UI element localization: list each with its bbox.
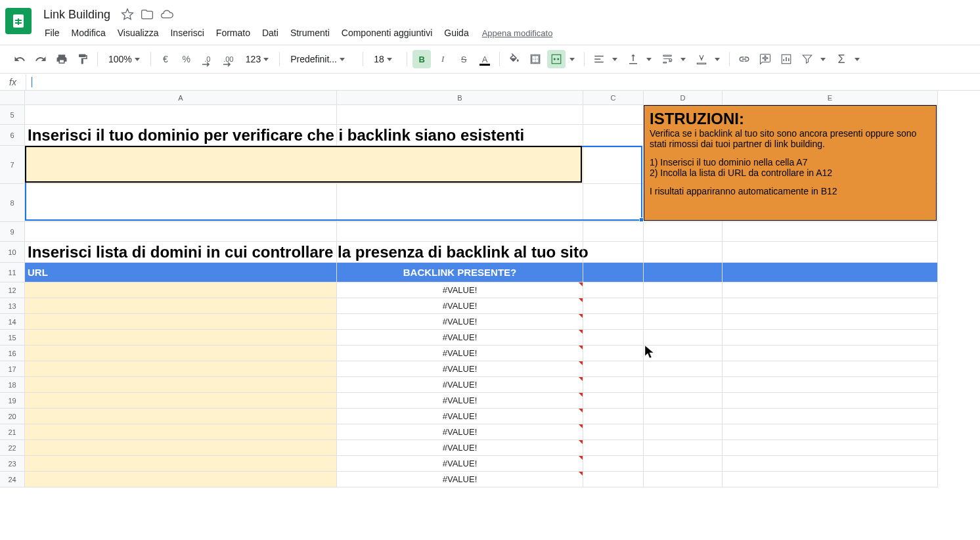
document-title[interactable]: Link Building: [39, 7, 114, 23]
cell-C22[interactable]: [583, 440, 644, 456]
italic-button[interactable]: I: [434, 50, 452, 68]
borders-button[interactable]: [526, 50, 545, 68]
cell-A17[interactable]: [25, 361, 337, 377]
select-all-corner[interactable]: [0, 91, 25, 105]
cell-A7[interactable]: [25, 146, 583, 184]
row-header[interactable]: 7: [0, 146, 25, 184]
col-header-C[interactable]: C: [583, 91, 644, 105]
row-header[interactable]: 10: [0, 242, 25, 263]
cell-B9[interactable]: [337, 222, 583, 242]
cell-C24[interactable]: [583, 472, 644, 487]
rotation-dropdown[interactable]: [713, 50, 724, 68]
cell-E19[interactable]: [723, 393, 938, 409]
merge-dropdown[interactable]: [568, 50, 579, 68]
sheets-logo[interactable]: [5, 8, 32, 34]
cell-C20[interactable]: [583, 409, 644, 424]
cell-A18[interactable]: [25, 377, 337, 393]
cell-A12[interactable]: [25, 282, 337, 298]
paint-format-button[interactable]: [74, 50, 92, 68]
cell-D10[interactable]: [644, 242, 723, 263]
menu-format[interactable]: Formato: [211, 25, 256, 41]
cell-B8[interactable]: [337, 184, 583, 222]
row-header[interactable]: 14: [0, 314, 25, 330]
filter-button[interactable]: [798, 50, 816, 68]
bold-button[interactable]: B: [412, 50, 431, 68]
row-header[interactable]: 15: [0, 330, 25, 346]
cell-E9[interactable]: [723, 222, 938, 242]
cell-D22[interactable]: [644, 440, 723, 456]
h-align-dropdown[interactable]: [611, 50, 621, 68]
row-header[interactable]: 6: [0, 125, 25, 146]
formula-input[interactable]: [26, 74, 980, 90]
undo-button[interactable]: [11, 50, 29, 68]
cell-C11[interactable]: [583, 263, 644, 282]
cell-C7[interactable]: [583, 146, 644, 184]
row-header[interactable]: 8: [0, 184, 25, 222]
cell-D24[interactable]: [644, 472, 723, 487]
cell-E13[interactable]: [723, 298, 938, 314]
row-header[interactable]: 9: [0, 222, 25, 242]
menu-insert[interactable]: Inserisci: [165, 25, 209, 41]
col-header-E[interactable]: E: [723, 91, 938, 105]
menu-file[interactable]: File: [39, 25, 65, 41]
functions-dropdown[interactable]: [853, 50, 864, 68]
v-align-dropdown[interactable]: [645, 50, 656, 68]
cell-A19[interactable]: [25, 393, 337, 409]
cell-B6[interactable]: [337, 125, 583, 146]
currency-button[interactable]: €: [156, 50, 175, 68]
cell-A13[interactable]: [25, 298, 337, 314]
cell-E21[interactable]: [723, 424, 938, 440]
merge-cells-button[interactable]: [547, 50, 566, 68]
cell-D17[interactable]: [644, 361, 723, 377]
cell-A22[interactable]: [25, 440, 337, 456]
cell-B19[interactable]: #VALUE!: [337, 393, 583, 409]
cell-B15[interactable]: #VALUE!: [337, 330, 583, 346]
cell-A23[interactable]: [25, 456, 337, 472]
cell-C21[interactable]: [583, 424, 644, 440]
cell-E23[interactable]: [723, 456, 938, 472]
cell-D13[interactable]: [644, 298, 723, 314]
cell-C10[interactable]: [583, 242, 644, 263]
row-header[interactable]: 12: [0, 282, 25, 298]
row-header[interactable]: 24: [0, 472, 25, 487]
cell-E15[interactable]: [723, 330, 938, 346]
row-header[interactable]: 18: [0, 377, 25, 393]
cell-A9[interactable]: [25, 222, 337, 242]
functions-button[interactable]: Σ: [832, 50, 851, 68]
menu-edit[interactable]: Modifica: [66, 25, 111, 41]
row-header[interactable]: 11: [0, 263, 25, 282]
cell-C16[interactable]: [583, 346, 644, 361]
cell-A15[interactable]: [25, 330, 337, 346]
cell-E20[interactable]: [723, 409, 938, 424]
row-header[interactable]: 23: [0, 456, 25, 472]
cell-D16[interactable]: [644, 346, 723, 361]
cell-B12[interactable]: #VALUE!: [337, 282, 583, 298]
cell-D9[interactable]: [644, 222, 723, 242]
cell-C15[interactable]: [583, 330, 644, 346]
text-color-button[interactable]: A: [476, 50, 494, 68]
star-icon[interactable]: [121, 8, 134, 21]
cell-B20[interactable]: #VALUE!: [337, 409, 583, 424]
menu-help[interactable]: Guida: [439, 25, 474, 41]
strikethrough-button[interactable]: S: [455, 50, 473, 68]
percent-button[interactable]: %: [177, 50, 196, 68]
row-header[interactable]: 21: [0, 424, 25, 440]
cell-B17[interactable]: #VALUE!: [337, 361, 583, 377]
cell-D12[interactable]: [644, 282, 723, 298]
cell-D23[interactable]: [644, 456, 723, 472]
row-header[interactable]: 5: [0, 105, 25, 125]
cell-A20[interactable]: [25, 409, 337, 424]
cell-D21[interactable]: [644, 424, 723, 440]
font-size-select[interactable]: 18: [368, 50, 401, 68]
cell-D14[interactable]: [644, 314, 723, 330]
cell-E16[interactable]: [723, 346, 938, 361]
increase-decimal-button[interactable]: .00: [219, 50, 238, 68]
cell-B10[interactable]: [337, 242, 583, 263]
insert-chart-button[interactable]: [777, 50, 795, 68]
redo-button[interactable]: [32, 50, 50, 68]
text-wrap-button[interactable]: [658, 50, 677, 68]
h-align-button[interactable]: [590, 50, 608, 68]
cell-E11[interactable]: [723, 263, 938, 282]
cell-C5[interactable]: [583, 105, 644, 125]
cell-B11[interactable]: BACKLINK PRESENTE?: [337, 263, 583, 282]
